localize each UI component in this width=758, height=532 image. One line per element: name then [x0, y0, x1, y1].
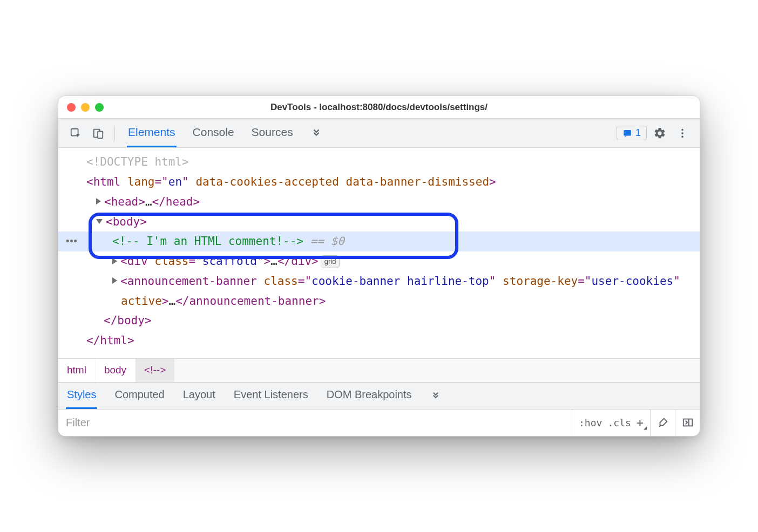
- devtools-window: DevTools - localhost:8080/docs/devtools/…: [58, 96, 700, 436]
- tree-row-html-close[interactable]: </html>: [58, 331, 700, 351]
- toggle-sidebar-icon[interactable]: [675, 410, 700, 436]
- tab-dom-breakpoints[interactable]: DOM Breakpoints: [326, 383, 413, 409]
- tree-row-selected-comment[interactable]: •••<!-- I'm an HTML comment!--> == $0: [58, 231, 700, 251]
- breadcrumb-comment[interactable]: <!-->: [136, 359, 175, 382]
- separator: [114, 126, 115, 141]
- inspect-element-icon[interactable]: [66, 124, 85, 143]
- layout-badge[interactable]: grid: [321, 255, 340, 269]
- window-title: DevTools - localhost:8080/docs/devtools/…: [58, 102, 700, 113]
- svg-point-4: [681, 129, 683, 131]
- main-toolbar: Elements Console Sources 1: [58, 119, 700, 148]
- svg-rect-3: [624, 130, 631, 136]
- breadcrumb-body[interactable]: body: [96, 359, 136, 382]
- device-toolbar-icon[interactable]: [89, 124, 108, 143]
- tab-event-listeners[interactable]: Event Listeners: [233, 383, 309, 409]
- tree-row-body-open[interactable]: <body>: [58, 212, 700, 232]
- window-controls: [67, 103, 104, 112]
- paint-brush-icon[interactable]: [650, 410, 675, 436]
- breadcrumb-html[interactable]: html: [58, 359, 96, 382]
- breadcrumb-bar: html body <!-->: [58, 358, 700, 382]
- tree-row-body-close[interactable]: </body>: [58, 311, 700, 331]
- tab-elements[interactable]: Elements: [127, 119, 177, 147]
- dom-tree[interactable]: <!DOCTYPE html> <html lang="en" data-coo…: [58, 148, 700, 358]
- row-actions-ellipsis-icon[interactable]: •••: [66, 233, 78, 250]
- tree-row-head[interactable]: <head>…</head>: [58, 192, 700, 212]
- minimize-window-button[interactable]: [81, 103, 90, 112]
- svg-point-6: [681, 135, 683, 138]
- issues-badge[interactable]: 1: [617, 126, 647, 140]
- issues-count: 1: [635, 127, 641, 139]
- toggle-cls[interactable]: .cls: [607, 417, 631, 428]
- tab-computed[interactable]: Computed: [113, 383, 165, 409]
- close-window-button[interactable]: [67, 103, 76, 112]
- tab-layout[interactable]: Layout: [182, 383, 216, 409]
- tree-row-div-scaffold[interactable]: <div class="scaffold">…</div>grid: [58, 251, 700, 271]
- more-styles-tabs[interactable]: [429, 383, 442, 409]
- tree-row-html-open[interactable]: <html lang="en" data-cookies-accepted da…: [58, 172, 700, 192]
- caret-right-icon[interactable]: [96, 198, 101, 204]
- caret-down-icon[interactable]: [96, 219, 103, 224]
- elements-panel: <!DOCTYPE html> <html lang="en" data-coo…: [58, 148, 700, 358]
- svg-point-5: [681, 132, 683, 134]
- hov-cls-controls: :hov .cls +◢: [572, 410, 650, 436]
- svg-rect-2: [98, 131, 103, 138]
- caret-right-icon[interactable]: [112, 258, 117, 264]
- titlebar: DevTools - localhost:8080/docs/devtools/…: [58, 96, 700, 119]
- maximize-window-button[interactable]: [95, 103, 104, 112]
- styles-filter-input[interactable]: [58, 410, 572, 436]
- new-style-rule-icon[interactable]: +◢: [637, 416, 644, 429]
- styles-filter-bar: :hov .cls +◢: [58, 409, 700, 436]
- tab-console[interactable]: Console: [192, 119, 235, 147]
- caret-right-icon[interactable]: [112, 277, 117, 284]
- more-menu-icon[interactable]: [673, 124, 692, 143]
- toggle-hov[interactable]: :hov: [579, 417, 602, 428]
- tab-styles[interactable]: Styles: [66, 383, 97, 409]
- tree-row-announcement[interactable]: <announcement-banner class="cookie-banne…: [67, 271, 700, 311]
- panel-tabs: Elements Console Sources: [127, 119, 323, 147]
- more-tabs-button[interactable]: [309, 119, 323, 147]
- tab-sources[interactable]: Sources: [251, 119, 294, 147]
- settings-icon[interactable]: [650, 124, 669, 143]
- tree-row-doctype[interactable]: <!DOCTYPE html>: [58, 152, 700, 172]
- styles-tabbar: Styles Computed Layout Event Listeners D…: [58, 382, 700, 409]
